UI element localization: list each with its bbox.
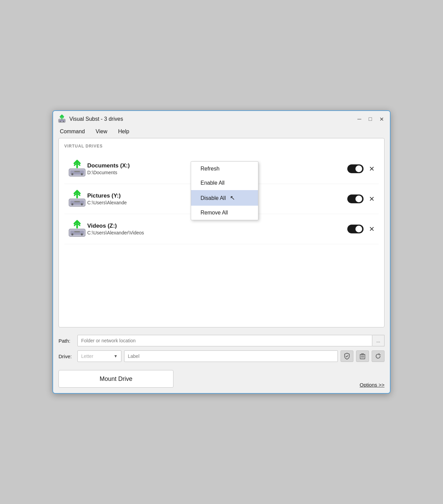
window-controls: ─ □ ✕	[355, 115, 386, 123]
trash-icon	[360, 353, 365, 359]
drive-icon-y	[67, 189, 87, 209]
path-row: Path: ...	[59, 335, 384, 346]
remove-x-button[interactable]: ✕	[368, 164, 376, 174]
delete-button[interactable]	[356, 350, 369, 362]
svg-rect-18	[74, 231, 80, 232]
path-input[interactable]	[77, 335, 372, 346]
maximize-button[interactable]: □	[367, 115, 374, 123]
shield-icon	[344, 353, 350, 360]
app-icon	[57, 114, 67, 124]
context-menu-refresh[interactable]: Refresh	[191, 162, 258, 176]
svg-point-6	[71, 173, 73, 175]
drive-info-z: Videos (Z:) C:\Users\Alexander\Videos	[87, 223, 347, 235]
content-area: VIRTUAL DRIVES D	[59, 138, 384, 327]
svg-point-3	[63, 121, 64, 122]
shield-button[interactable]	[341, 350, 353, 362]
drive-icon-x	[67, 159, 87, 179]
drive-controls-z: ✕	[347, 224, 376, 234]
options-link[interactable]: Options >>	[360, 382, 384, 388]
mount-drive-button[interactable]: Mount Drive	[59, 370, 173, 388]
remove-y-button[interactable]: ✕	[368, 194, 376, 204]
svg-point-2	[60, 121, 61, 122]
svg-point-12	[81, 203, 83, 205]
toggle-z[interactable]	[347, 225, 364, 233]
context-menu-enable-all[interactable]: Enable All	[191, 176, 258, 190]
drive-controls-row: Letter ▼	[77, 350, 384, 362]
close-button[interactable]: ✕	[377, 115, 386, 123]
remove-z-button[interactable]: ✕	[368, 224, 376, 234]
drive-icon-z	[67, 219, 87, 239]
context-menu: Refresh Enable All Disable All ↖ Remove …	[191, 161, 258, 220]
drive-controls-y: ✕	[347, 194, 376, 204]
menu-command[interactable]: Command	[59, 128, 86, 135]
menu-view[interactable]: View	[94, 128, 109, 135]
letter-select[interactable]: Letter ▼	[77, 350, 121, 362]
context-menu-disable-all[interactable]: Disable All ↖	[191, 190, 258, 206]
svg-point-17	[81, 233, 83, 235]
svg-point-11	[71, 203, 73, 205]
drive-path-z: C:\Users\Alexander\Videos	[87, 230, 347, 235]
menu-bar: Command View Help	[53, 127, 390, 138]
dropdown-arrow-icon: ▼	[114, 354, 118, 359]
drive-label: Drive:	[59, 353, 77, 359]
toggle-y[interactable]	[347, 194, 364, 203]
refresh-button[interactable]	[372, 350, 384, 362]
browse-button[interactable]: ...	[372, 335, 384, 346]
context-menu-remove-all[interactable]: Remove All	[191, 206, 258, 220]
svg-rect-13	[74, 201, 80, 202]
menu-help[interactable]: Help	[117, 128, 131, 135]
svg-point-16	[71, 233, 73, 235]
bottom-action-row: Mount Drive Options >>	[59, 366, 384, 388]
drive-row: Drive: Letter ▼	[59, 350, 384, 362]
bottom-area: Path: ... Drive: Letter ▼	[53, 331, 390, 393]
drive-controls-x: ✕	[347, 164, 376, 174]
letter-placeholder: Letter	[81, 353, 93, 359]
window-title: Visual Subst - 3 drives	[69, 116, 355, 122]
main-window: Visual Subst - 3 drives ─ □ ✕ Command Vi…	[52, 110, 391, 394]
refresh-icon	[375, 353, 381, 359]
cursor-icon: ↖	[230, 194, 235, 202]
minimize-button[interactable]: ─	[355, 115, 363, 123]
section-label: VIRTUAL DRIVES	[64, 144, 379, 148]
label-input[interactable]	[124, 350, 338, 362]
path-label: Path:	[59, 338, 77, 344]
svg-point-7	[81, 173, 83, 175]
toggle-x[interactable]	[347, 164, 364, 173]
title-bar: Visual Subst - 3 drives ─ □ ✕	[53, 111, 390, 127]
svg-rect-8	[74, 171, 80, 172]
drive-name-z: Videos (Z:)	[87, 223, 347, 229]
